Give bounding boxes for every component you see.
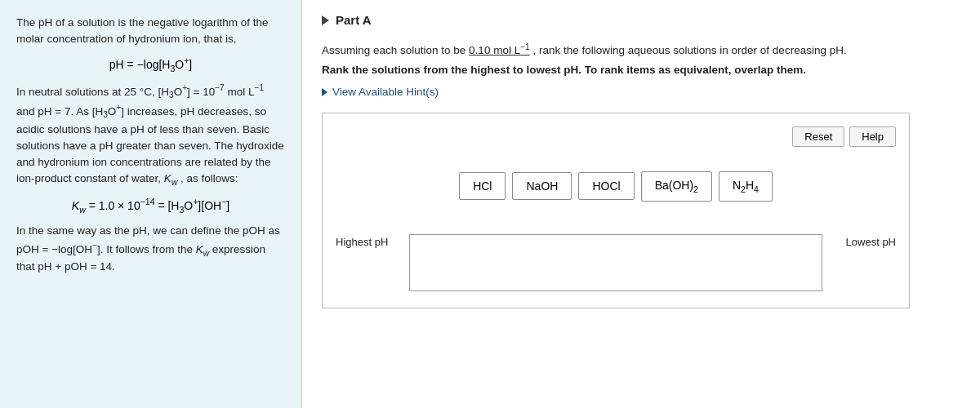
question-text: Assuming each solution to be 0.10 mol L−… (322, 40, 893, 59)
part-a-header: Part A (322, 13, 960, 27)
tiles-row: HCl NaOH HOCl Ba(OH)2 N2H4 (336, 171, 896, 202)
tile-baoh2[interactable]: Ba(OH)2 (641, 171, 712, 202)
formula2: Kw = 1.0 × 10−14 = [H3O+][OH−] (16, 197, 285, 214)
tile-hcl[interactable]: HCl (459, 172, 506, 200)
button-row: Reset Help (336, 126, 896, 147)
ranking-slot-area[interactable] (409, 234, 822, 291)
left-panel: The pH of a solution is the negative log… (0, 0, 302, 408)
part-label: Part A (336, 13, 372, 27)
hint-triangle-icon (322, 88, 327, 96)
poh-text: In the same way as the pH, we can define… (16, 223, 285, 276)
highest-ph-label: Highest pH (336, 234, 409, 248)
rank-instruction: Rank the solutions from the highest to l… (322, 64, 893, 76)
formula1: pH = −log[H3O+] (16, 56, 285, 73)
slots-wrapper: Highest pH Lowest pH (336, 234, 896, 291)
hint-label[interactable]: View Available Hint(s) (332, 86, 439, 98)
tile-n2h4[interactable]: N2H4 (719, 171, 773, 202)
right-panel: Part A Assuming each solution to be 0.10… (302, 0, 980, 408)
neutral-text: In neutral solutions at 25 °C, [H3O+] = … (16, 82, 285, 188)
collapse-icon[interactable] (322, 16, 329, 25)
tile-hocl[interactable]: HOCl (578, 172, 634, 200)
concentration-value: 0.10 mol L−1 (469, 44, 530, 56)
ranking-container: Reset Help HCl NaOH HOCl Ba(OH)2 N2H4 Hi… (322, 113, 910, 308)
tile-naoh[interactable]: NaOH (512, 172, 572, 200)
intro-text: The pH of a solution is the negative log… (16, 15, 285, 48)
hint-row[interactable]: View Available Hint(s) (322, 86, 960, 98)
help-button[interactable]: Help (849, 126, 896, 147)
lowest-ph-label: Lowest pH (822, 234, 896, 248)
reset-button[interactable]: Reset (792, 126, 844, 147)
